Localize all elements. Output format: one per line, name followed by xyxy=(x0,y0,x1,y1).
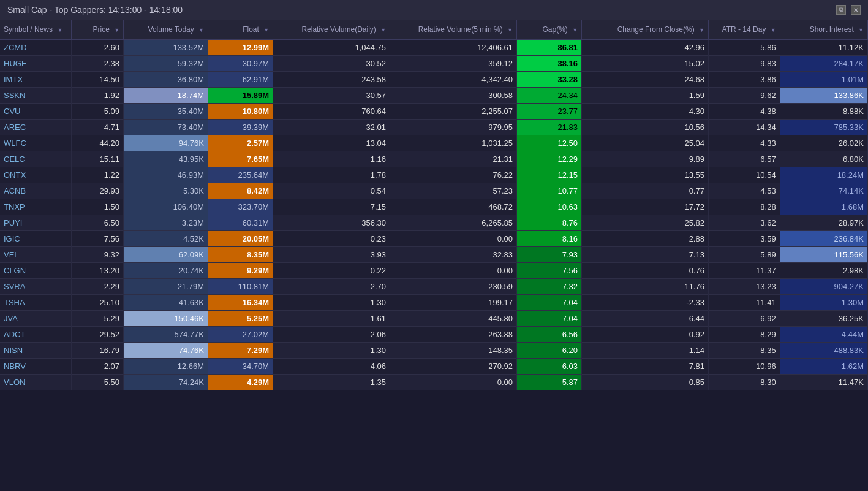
cell-volume: 73.40M xyxy=(124,120,208,135)
cell-symbol[interactable]: IMTX xyxy=(0,72,72,88)
col-header-gap[interactable]: Gap(%) ▼ xyxy=(516,20,581,39)
cell-float: 16.34M xyxy=(208,295,273,311)
cell-symbol[interactable]: NBRV xyxy=(0,359,72,375)
col-header-short[interactable]: Short Interest ▼ xyxy=(780,20,867,39)
cell-symbol[interactable]: PUYI xyxy=(0,215,72,231)
cell-gap: 24.34 xyxy=(516,88,581,104)
col-header-price[interactable]: Price ▼ xyxy=(72,20,124,39)
cell-symbol[interactable]: SSKN xyxy=(0,88,72,104)
cell-relvol-5min: 6,265.85 xyxy=(390,215,517,231)
col-header-volume[interactable]: Volume Today ▼ xyxy=(124,20,208,39)
title-bar: Small Cap - Top Gappers: 14:13:00 - 14:1… xyxy=(0,0,868,20)
col-header-relvol-5min[interactable]: Relative Volume(5 min %) ▼ xyxy=(390,20,517,39)
cell-symbol[interactable]: WLFC xyxy=(0,135,72,151)
table-row: IGIC7.564.52K20.05M0.230.008.162.883.592… xyxy=(0,231,868,247)
cell-relvol-5min: 0.00 xyxy=(390,231,517,247)
cell-atr: 4.38 xyxy=(708,104,780,120)
cell-volume: 5.30K xyxy=(124,183,208,199)
cell-symbol[interactable]: CELC xyxy=(0,151,72,167)
table-row: SVRA2.2921.79M110.81M2.70230.597.3211.76… xyxy=(0,279,868,295)
cell-volume: 43.95K xyxy=(124,151,208,167)
cell-atr: 8.29 xyxy=(708,327,780,343)
table-row: CELC15.1143.95K7.65M1.1621.3112.299.896.… xyxy=(0,151,868,167)
cell-short-interest: 1.01M xyxy=(780,72,867,88)
table-row: NBRV2.0712.66M34.70M4.06270.926.037.8110… xyxy=(0,359,868,375)
cell-float: 5.25M xyxy=(208,311,273,327)
cell-gap: 10.77 xyxy=(516,183,581,199)
cell-relvol-5min: 468.72 xyxy=(390,199,517,215)
col-header-symbol[interactable]: Symbol / News ▼ xyxy=(0,20,72,39)
cell-relvol-5min: 0.00 xyxy=(390,263,517,279)
cell-volume: 106.40M xyxy=(124,199,208,215)
cell-relvol-5min: 359.12 xyxy=(390,56,517,72)
cell-relvol-daily: 2.70 xyxy=(273,279,390,295)
cell-relvol-daily: 760.64 xyxy=(273,104,390,120)
cell-price: 1.92 xyxy=(72,88,124,104)
cell-gap: 6.20 xyxy=(516,343,581,359)
cell-price: 44.20 xyxy=(72,135,124,151)
table-row: ONTX1.2246.93M235.64M1.7876.2212.1513.55… xyxy=(0,167,868,183)
col-header-atr[interactable]: ATR - 14 Day ▼ xyxy=(708,20,780,39)
cell-relvol-daily: 356.30 xyxy=(273,215,390,231)
sort-arrow-relvol-daily: ▼ xyxy=(380,27,386,33)
cell-symbol[interactable]: TNXP xyxy=(0,199,72,215)
cell-symbol[interactable]: CLGN xyxy=(0,263,72,279)
cell-gap: 86.81 xyxy=(516,39,581,56)
cell-atr: 6.92 xyxy=(708,311,780,327)
cell-price: 2.29 xyxy=(72,279,124,295)
cell-relvol-daily: 0.22 xyxy=(273,263,390,279)
cell-price: 7.56 xyxy=(72,231,124,247)
cell-symbol[interactable]: IGIC xyxy=(0,231,72,247)
cell-float: 34.70M xyxy=(208,359,273,375)
cell-short-interest: 1.62M xyxy=(780,359,867,375)
cell-symbol[interactable]: CVU xyxy=(0,104,72,120)
cell-volume: 12.66M xyxy=(124,359,208,375)
restore-icon[interactable]: ⧉ xyxy=(836,5,846,15)
cell-change: 0.76 xyxy=(582,263,709,279)
cell-short-interest: 18.24M xyxy=(780,167,867,183)
cell-symbol[interactable]: SVRA xyxy=(0,279,72,295)
col-header-relvol-daily[interactable]: Relative Volume(Daily) ▼ xyxy=(273,20,390,39)
col-header-float[interactable]: Float ▼ xyxy=(208,20,273,39)
cell-atr: 3.86 xyxy=(708,72,780,88)
cell-relvol-daily: 32.01 xyxy=(273,120,390,135)
cell-change: 42.96 xyxy=(582,39,709,56)
cell-gap: 7.04 xyxy=(516,311,581,327)
cell-atr: 8.28 xyxy=(708,199,780,215)
cell-relvol-5min: 230.59 xyxy=(390,279,517,295)
cell-change: 6.44 xyxy=(582,311,709,327)
cell-short-interest: 11.12K xyxy=(780,39,867,56)
cell-relvol-5min: 32.83 xyxy=(390,247,517,263)
cell-atr: 10.96 xyxy=(708,359,780,375)
cell-symbol[interactable]: ONTX xyxy=(0,167,72,183)
cell-gap: 12.15 xyxy=(516,167,581,183)
cell-symbol[interactable]: VEL xyxy=(0,247,72,263)
cell-short-interest: 26.02K xyxy=(780,135,867,151)
cell-symbol[interactable]: ADCT xyxy=(0,327,72,343)
cell-gap: 6.03 xyxy=(516,359,581,375)
cell-relvol-daily: 1.35 xyxy=(273,375,390,390)
cell-volume: 21.79M xyxy=(124,279,208,295)
col-header-change[interactable]: Change From Close(%) ▼ xyxy=(582,20,709,39)
table-row: CLGN13.2020.74K9.29M0.220.007.560.7611.3… xyxy=(0,263,868,279)
cell-change: 0.92 xyxy=(582,327,709,343)
sort-arrow-float: ▼ xyxy=(263,27,269,33)
cell-symbol[interactable]: HUGE xyxy=(0,56,72,72)
cell-volume: 36.80M xyxy=(124,72,208,88)
cell-change: 4.30 xyxy=(582,104,709,120)
cell-symbol[interactable]: NISN xyxy=(0,343,72,359)
cell-symbol[interactable]: ZCMD xyxy=(0,39,72,56)
cell-volume: 41.63K xyxy=(124,295,208,311)
cell-float: 27.02M xyxy=(208,327,273,343)
table-row: HUGE2.3859.32M30.97M30.52359.1238.1615.0… xyxy=(0,56,868,72)
cell-symbol[interactable]: VLON xyxy=(0,375,72,390)
cell-symbol[interactable]: AREC xyxy=(0,120,72,135)
cell-gap: 12.29 xyxy=(516,151,581,167)
cell-short-interest: 133.86K xyxy=(780,88,867,104)
close-icon[interactable]: ✕ xyxy=(851,5,861,15)
cell-symbol[interactable]: TSHA xyxy=(0,295,72,311)
cell-atr: 11.37 xyxy=(708,263,780,279)
cell-relvol-daily: 1,044.75 xyxy=(273,39,390,56)
cell-symbol[interactable]: JVA xyxy=(0,311,72,327)
cell-symbol[interactable]: ACNB xyxy=(0,183,72,199)
